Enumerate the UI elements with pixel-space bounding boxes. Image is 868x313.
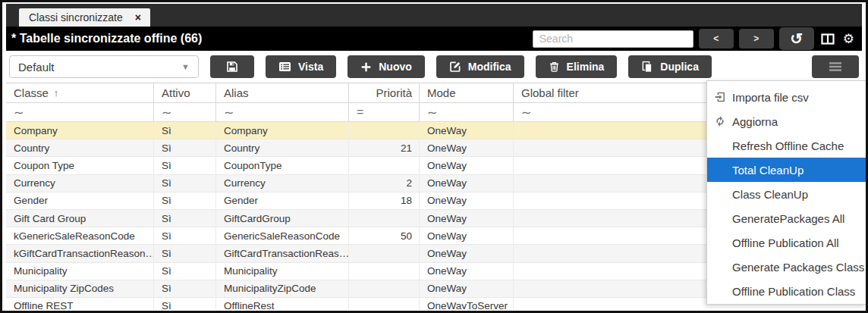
duplica-label: Duplica <box>660 61 699 73</box>
menu-item-importa-file-csv[interactable]: Importa file csv <box>707 85 866 109</box>
menu-item-refresh-offline-cache[interactable]: Refresh Offline Cache <box>707 133 866 158</box>
menu-item-label: Offline Publication All <box>732 236 839 249</box>
cell-priorita <box>349 263 420 280</box>
column-header-attivo[interactable]: Attivo <box>154 83 216 102</box>
cell-attivo: Sì <box>154 298 216 309</box>
modifica-button[interactable]: Modifica <box>436 55 524 78</box>
cell-classe: Coupon Type <box>6 157 154 174</box>
column-header-mode[interactable]: Mode <box>420 83 514 102</box>
filter-cell-alias[interactable]: ∼ <box>216 103 349 121</box>
cell-mode: OneWay <box>420 192 514 209</box>
sort-ascending-icon: ↑ <box>54 87 59 99</box>
filter-operator-icon: ∼ <box>521 105 531 120</box>
menu-item-class-cleanup[interactable]: Class CleanUp <box>707 182 866 206</box>
next-button[interactable]: > <box>739 29 774 49</box>
trash-icon <box>549 61 560 73</box>
cell-priorita <box>349 122 420 139</box>
prev-button[interactable]: < <box>699 29 734 49</box>
columns-icon <box>821 33 835 45</box>
menu-item-label: Offline Publication Class <box>732 285 855 298</box>
menu-item-generate-packages-class[interactable]: Generate Packages Class <box>707 255 866 279</box>
view-select[interactable]: Default ▼ <box>9 55 199 78</box>
menu-item-label: GeneratePackages All <box>732 212 844 225</box>
column-header-priorita[interactable]: Priorità <box>349 83 420 102</box>
cell-priorita <box>349 280 420 297</box>
settings-button[interactable]: ⚙ <box>841 33 856 45</box>
title-bar-controls: < > ↺ ⚙ <box>533 27 856 50</box>
filter-cell-priorita[interactable]: = <box>349 103 420 121</box>
chevron-down-icon: ▼ <box>181 62 190 71</box>
cell-classe: Gender <box>6 192 154 209</box>
column-label: Mode <box>427 86 456 99</box>
cell-attivo: Sì <box>154 280 216 297</box>
cell-alias: GiftCardTransactionReas… <box>216 245 349 261</box>
cell-classe: Country <box>6 139 154 156</box>
save-button[interactable] <box>210 55 254 78</box>
cell-classe: kGenericSaleReasonCode <box>6 227 154 244</box>
cell-classe: Company <box>6 122 154 139</box>
menu-item-label: Class CleanUp <box>732 188 808 201</box>
close-icon[interactable]: × <box>135 12 141 23</box>
cell-alias: MunicipalityZipCode <box>216 280 349 297</box>
column-label: Global filter <box>521 86 579 99</box>
copy-icon <box>641 61 653 73</box>
hamburger-icon <box>828 61 843 72</box>
elimina-button[interactable]: Elimina <box>536 55 618 78</box>
cell-alias: Company <box>216 122 349 139</box>
filter-cell-attivo[interactable]: ∼ <box>154 103 216 121</box>
cell-mode: OneWay <box>420 227 514 244</box>
nuovo-button[interactable]: Nuovo <box>348 55 425 78</box>
window-frame: Classi sincronizzate × * Tabelle sincron… <box>0 0 868 313</box>
filter-cell-classe[interactable]: ∼ <box>6 103 154 121</box>
cell-classe: Currency <box>6 175 154 192</box>
cell-mode: OneWay <box>420 139 514 156</box>
filter-cell-mode[interactable]: ∼ <box>420 103 514 121</box>
cell-priorita <box>349 245 420 261</box>
filter-operator-icon: ∼ <box>14 105 24 120</box>
tab-classi-sincronizzate[interactable]: Classi sincronizzate × <box>19 8 150 27</box>
gear-icon: ⚙ <box>843 32 854 46</box>
filter-operator-icon: = <box>357 105 363 119</box>
column-header-alias[interactable]: Alias <box>216 83 349 102</box>
plus-icon <box>360 61 372 73</box>
cell-priorita: 18 <box>349 192 420 209</box>
cell-alias: Municipality <box>216 263 349 280</box>
list-view-icon <box>278 61 291 73</box>
menu-item-offline-publication-all[interactable]: Offline Publication All <box>707 230 866 255</box>
cell-attivo: Sì <box>154 210 216 227</box>
cell-mode: OneWay <box>420 122 514 139</box>
cell-mode: OneWay <box>420 210 514 227</box>
tab-strip: Classi sincronizzate × <box>6 4 862 27</box>
cell-mode: OneWay <box>420 175 514 192</box>
menu-item-label: Generate Packages Class <box>732 261 864 274</box>
search-input[interactable] <box>533 30 693 48</box>
vista-button[interactable]: Vista <box>266 55 336 78</box>
title-bar: * Tabelle sincronizzate offine (66) < > … <box>6 27 862 51</box>
elimina-label: Elimina <box>567 61 605 73</box>
cell-attivo: Sì <box>154 139 216 156</box>
menu-item-offline-publication-class[interactable]: Offline Publication Class <box>707 279 866 303</box>
cell-priorita: 2 <box>349 175 420 192</box>
column-label: Classe <box>14 86 49 99</box>
menu-item-generatepackages-all[interactable]: GeneratePackages All <box>707 206 866 230</box>
cell-alias: GenericSaleReasonCode <box>216 227 349 244</box>
cell-classe: kGiftCardTransactionReason… <box>6 245 154 261</box>
menu-item-aggiorna[interactable]: Aggiorna <box>707 109 866 133</box>
column-header-classe[interactable]: Classe↑ <box>6 83 154 102</box>
reset-refresh-button[interactable]: ↺ <box>779 27 814 50</box>
cell-priorita: 21 <box>349 139 420 156</box>
cell-priorita: 50 <box>349 227 420 244</box>
more-actions-menu-button[interactable] <box>812 55 859 78</box>
menu-item-label: Refresh Offline Cache <box>732 139 844 152</box>
columns-button[interactable] <box>819 33 836 45</box>
nuovo-label: Nuovo <box>379 61 412 73</box>
modifica-label: Modifica <box>468 61 511 73</box>
filter-operator-icon: ∼ <box>162 105 171 120</box>
cell-attivo: Sì <box>154 245 216 261</box>
cell-mode: OneWayToServer <box>420 298 514 309</box>
cell-classe: Gift Card Group <box>6 210 154 227</box>
menu-item-label: Importa file csv <box>732 91 809 104</box>
menu-item-total-cleanup[interactable]: Total CleanUp <box>707 158 866 182</box>
duplica-button[interactable]: Duplica <box>628 55 712 78</box>
column-label: Attivo <box>162 86 190 99</box>
